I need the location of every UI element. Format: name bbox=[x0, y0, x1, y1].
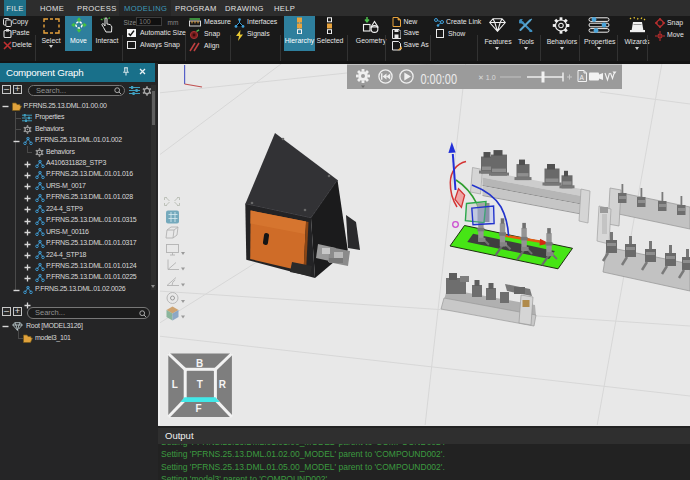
svg-text:L: L bbox=[172, 379, 178, 390]
svg-text:✕ 1.0: ✕ 1.0 bbox=[478, 74, 496, 81]
svg-text:B: B bbox=[196, 358, 203, 369]
svg-text:F: F bbox=[195, 403, 201, 414]
svg-text:A: A bbox=[580, 74, 585, 81]
svg-text:R: R bbox=[219, 379, 227, 390]
svg-text:T: T bbox=[197, 379, 203, 390]
svg-text:0:00:00: 0:00:00 bbox=[421, 70, 458, 87]
